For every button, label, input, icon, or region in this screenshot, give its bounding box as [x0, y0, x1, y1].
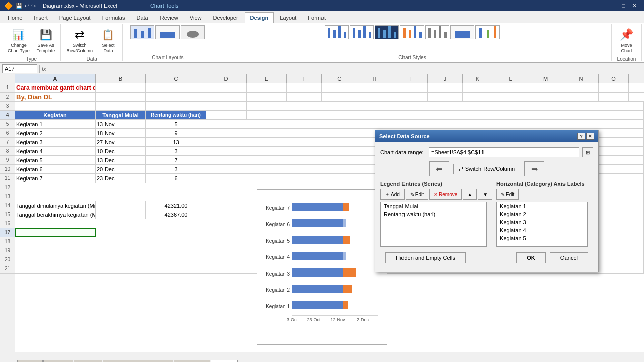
legend-edit-btn[interactable]: ✎ Edit	[406, 189, 428, 200]
add-label: Add	[391, 192, 400, 197]
legend-down-btn[interactable]: ▼	[478, 189, 492, 200]
edit-pencil-icon: ✎	[410, 192, 414, 197]
legend-up-btn[interactable]: ▲	[463, 189, 477, 200]
axis-edit-label: Edit	[506, 192, 514, 197]
axis-scrollbar[interactable]	[587, 202, 593, 247]
axis-item-5[interactable]: Kegiatan 5	[497, 234, 587, 242]
cancel-btn[interactable]: Cancel	[550, 252, 588, 263]
legend-scrollbar[interactable]	[486, 202, 492, 247]
axis-item-1[interactable]: Kegiatan 1	[497, 202, 587, 210]
left-arrow: ⬅	[429, 161, 449, 176]
legend-remove-btn[interactable]: ✕ Remove	[429, 189, 462, 200]
dialog-footer: Hidden and Empty Cells OK Cancel	[380, 249, 593, 266]
legend-item-tanggal[interactable]: Tanggal Mulai	[381, 202, 486, 210]
axis-btn-row: ✎ Edit	[496, 189, 593, 200]
add-icon: ＋	[385, 191, 390, 198]
ok-btn[interactable]: OK	[516, 252, 546, 263]
legend-btn-row: ＋ Add ✎ Edit ✕ Remove ▲ ▼	[380, 189, 492, 200]
right-arrow: ➡	[524, 161, 544, 176]
axis-section: Horizontal (Category) Axis Labels ✎ Edit…	[496, 180, 593, 247]
dialog-title-bar: Select Data Source ? ✕	[375, 130, 598, 142]
chart-data-range-input[interactable]	[429, 147, 579, 157]
remove-icon: ✕	[434, 192, 438, 197]
axis-edit-icon: ✎	[501, 192, 505, 197]
select-data-dialog: Select Data Source ? ✕ Chart data range:…	[375, 130, 599, 272]
switch-btn-label: Switch Row/Column	[465, 166, 515, 172]
two-col-area: Legend Entries (Series) ＋ Add ✎ Edit ✕ R	[380, 180, 593, 247]
switch-row-column-dialog-btn[interactable]: ⇄ Switch Row/Column	[453, 164, 520, 174]
hidden-empty-cells-btn[interactable]: Hidden and Empty Cells	[385, 252, 466, 263]
axis-item-3[interactable]: Kegiatan 3	[497, 218, 587, 226]
axis-list: Kegiatan 1 Kegiatan 2 Kegiatan 3 Kegiata…	[496, 202, 587, 247]
axis-item-4[interactable]: Kegiatan 4	[497, 226, 587, 234]
switch-icon: ⇄	[459, 166, 463, 172]
dialog-overlay: Select Data Source ? ✕ Chart data range:…	[0, 0, 644, 362]
dialog-help-btn[interactable]: ?	[577, 133, 585, 140]
legend-list: Tanggal Mulai Rentang waktu (hari)	[380, 202, 486, 247]
legend-section: Legend Entries (Series) ＋ Add ✎ Edit ✕ R	[380, 180, 492, 247]
axis-list-container: Kegiatan 1 Kegiatan 2 Kegiatan 3 Kegiata…	[496, 202, 593, 247]
legend-title: Legend Entries (Series)	[380, 180, 492, 187]
axis-edit-btn[interactable]: ✎ Edit	[496, 189, 519, 200]
legend-add-btn[interactable]: ＋ Add	[380, 189, 405, 200]
dialog-title-text: Select Data Source	[379, 133, 430, 139]
dialog-close-btn[interactable]: ✕	[586, 133, 594, 140]
legend-item-rentang[interactable]: Rentang waktu (hari)	[381, 210, 486, 218]
chart-data-range-label: Chart data range:	[380, 149, 426, 155]
edit-label: Edit	[415, 192, 424, 197]
switch-area: ⬅ ⇄ Switch Row/Column ➡	[380, 161, 593, 176]
chart-data-range-picker[interactable]: ⊞	[582, 147, 593, 157]
remove-label: Remove	[439, 192, 457, 197]
axis-title: Horizontal (Category) Axis Labels	[496, 180, 593, 187]
chart-data-range-row: Chart data range: ⊞	[380, 147, 593, 157]
legend-list-container: Tanggal Mulai Rentang waktu (hari)	[380, 202, 492, 247]
dialog-body: Chart data range: ⊞ ⬅ ⇄ Switch Row/Colum…	[375, 142, 598, 272]
axis-item-2[interactable]: Kegiatan 2	[497, 210, 587, 218]
